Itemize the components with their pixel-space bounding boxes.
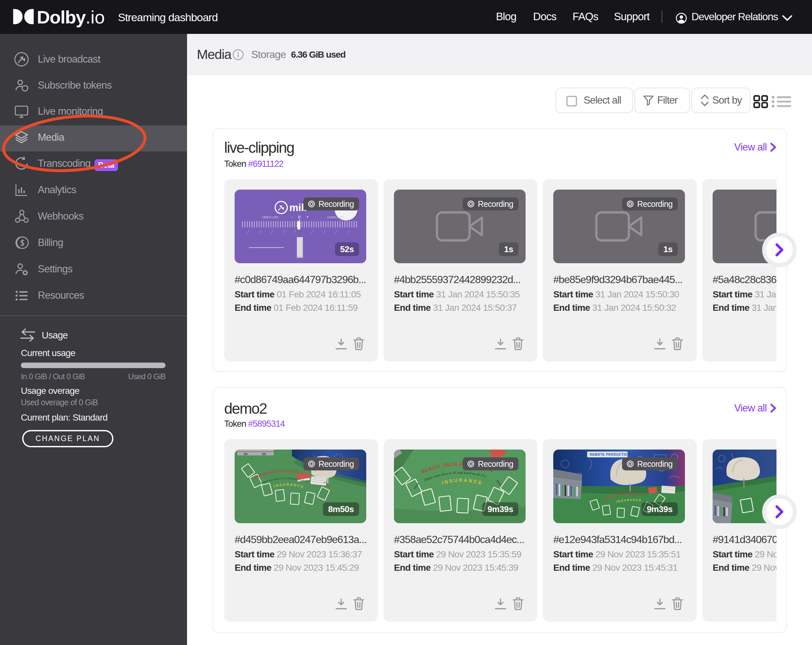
svg-text:AUDIO LATE: AUDIO LATE <box>327 216 344 219</box>
svg-text:0: 0 <box>298 215 301 220</box>
svg-text:REMOTE PRODUCTION: REMOTE PRODUCTION <box>590 453 630 456</box>
svg-text:+: + <box>306 215 308 219</box>
svg-text:VIDEO LATE: VIDEO LATE <box>262 216 278 219</box>
svg-text:-: - <box>291 215 293 219</box>
